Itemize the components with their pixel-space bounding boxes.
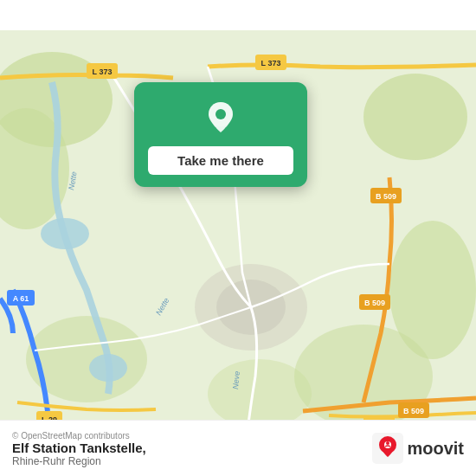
svg-text:B 509: B 509	[403, 407, 424, 415]
location-pin-icon	[202, 98, 240, 136]
moovit-brand-text: moovit	[407, 439, 464, 459]
moovit-logo: moovit	[372, 433, 464, 464]
map-attribution: © OpenStreetMap contributors	[12, 431, 146, 441]
map-container: Nette Nette Neve L 373 L 373 B 509 B 509…	[0, 0, 476, 476]
station-name: Elf Station Tankstelle,	[12, 441, 146, 455]
svg-text:Neve: Neve	[231, 370, 241, 389]
svg-text:B 509: B 509	[376, 192, 396, 201]
svg-point-32	[215, 109, 226, 119]
svg-point-3	[363, 74, 467, 160]
moovit-icon	[372, 433, 403, 464]
bottom-bar: © OpenStreetMap contributors Elf Station…	[0, 420, 476, 476]
svg-text:A 61: A 61	[13, 294, 29, 303]
svg-text:L 373: L 373	[261, 59, 281, 68]
bottom-left-info: © OpenStreetMap contributors Elf Station…	[12, 429, 146, 467]
station-region: Rhine-Ruhr Region	[12, 455, 146, 467]
svg-text:B 509: B 509	[364, 299, 385, 307]
svg-point-7	[208, 359, 312, 428]
svg-point-36	[386, 441, 389, 445]
popup-card: Take me there	[134, 82, 307, 187]
svg-point-9	[89, 354, 127, 382]
map-background: Nette Nette Neve L 373 L 373 B 509 B 509…	[0, 0, 476, 476]
svg-text:L 373: L 373	[93, 68, 113, 76]
svg-point-8	[41, 218, 89, 249]
take-me-there-button[interactable]: Take me there	[148, 146, 293, 175]
